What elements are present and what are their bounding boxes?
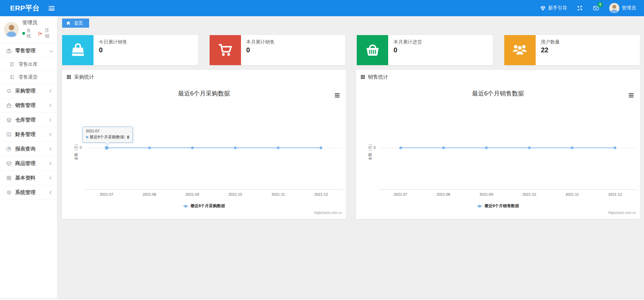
chart-context-menu-icon[interactable] [628,92,635,99]
sidebar-item-retail-outbound[interactable]: 零售出库 [0,58,57,71]
purchase-stats-panel: 采购统计 最近6个月采购数据 金额（元） 0 2021-072021-08202… [62,70,346,219]
chart-tooltip: 2021-07 最近6个月采购数据: 0 [82,127,133,143]
tab-home[interactable]: 首页 [62,19,89,28]
sidebar-item-retail-return[interactable]: 零售退货 [0,71,57,84]
fullscreen-button[interactable] [577,5,583,11]
plot-area: 0 2021-072021-082021-092021-102021-11202… [379,104,637,190]
series-line [401,147,615,148]
username: 管理员 [622,5,636,11]
stat-card-today-sales[interactable]: 今日累计销售 0 [62,35,198,65]
legend-label: 最近6个月销售数据 [484,203,519,209]
app-logo[interactable]: ERP平台 [0,3,49,13]
panel-title: 销售统计 [368,74,388,80]
package-icon [6,161,12,166]
sidebar-item-retail[interactable]: 零售管理 [0,44,57,58]
series-marker[interactable] [528,146,531,149]
series-marker[interactable] [399,146,402,149]
stat-card-user-count[interactable]: 用户数量 22 [504,35,640,65]
book-open-icon [6,132,12,137]
sidebar-item-purchase[interactable]: 采购管理 [0,84,57,98]
avatar [4,22,19,37]
x-tick-label: 2021-12 [608,192,622,196]
series-marker[interactable] [148,146,151,149]
gift-icon [6,48,12,54]
legend-item[interactable]: 最近6个月采购数据 [62,203,346,209]
sidebar-user-panel: 管理员 在线 注销 [0,16,57,44]
sidebar-item-goods[interactable]: 商品管理 [0,156,57,171]
highcharts-credits[interactable]: Highcharts.com.cn [314,211,342,215]
stat-label: 今日累计销售 [99,39,127,45]
sidebar-item-reports[interactable]: 报表查询 [0,142,57,156]
series-marker[interactable] [320,146,322,149]
x-tick-label: 2021-07 [100,192,113,196]
series-marker[interactable] [191,146,194,149]
x-axis-labels: 2021-072021-082021-092021-102021-112021-… [85,192,343,197]
sidebar-item-sales[interactable]: 销售管理 [0,98,57,113]
series-marker[interactable] [571,146,573,149]
sidebar-toggle-icon[interactable] [49,6,55,10]
plot-area: 0 2021-072021-082021-092021-102021-11202… [85,104,343,190]
legend-marker-icon [477,206,482,207]
stat-card-month-sales[interactable]: 本月累计销售 0 [210,35,346,65]
logout-label: 注销 [45,28,53,39]
chevron-left-icon [50,118,53,121]
stat-label: 用户数量 [541,39,560,45]
layers-icon [6,117,12,123]
tab-bar: 首页 [62,19,640,28]
chevron-left-icon [50,147,53,151]
chevron-down-icon [50,49,53,52]
expand-icon [577,5,583,11]
x-axis-labels: 2021-072021-082021-092021-102021-112021-… [379,192,637,197]
series-marker[interactable] [442,146,445,149]
tooltip-value: 0 [127,135,129,140]
sidebar-menu: 零售管理 零售出库 零售退货 采购管理 [0,44,57,200]
chevron-left-icon [50,162,53,165]
series-marker[interactable] [234,146,237,149]
page-footer [0,299,644,300]
logout-button[interactable]: 注销 [38,28,53,39]
sidebar-item-label: 商品管理 [15,160,35,167]
x-tick-label: 2021-08 [143,192,156,196]
briefcase-icon [6,103,12,108]
x-axis-line [85,189,343,190]
sidebar-item-finance[interactable]: 财务管理 [0,127,57,142]
notebook-icon [9,62,15,67]
guide-button[interactable]: 新手引导 [540,5,567,11]
main-content: 首页 今日累计销售 0 本月累计销售 0 [57,16,644,299]
exchange-icon [6,88,12,94]
user-menu[interactable]: 管理员 [609,3,636,13]
stat-card-month-purchase[interactable]: 本月累计进货 0 [357,35,493,65]
gem-icon [540,5,546,11]
sidebar-item-label: 仓库管理 [15,117,35,123]
guide-label: 新手引导 [548,5,567,11]
sidebar-item-basic-data[interactable]: 基本资料 [0,171,57,185]
highcharts-credits[interactable]: Highcharts.com.cn [608,211,636,215]
pie-chart-icon [6,146,12,152]
y-tick-label: 0 [76,145,82,149]
sidebar-item-label: 系统管理 [15,189,35,196]
sidebar-item-label: 财务管理 [15,131,35,138]
chart-title: 最近6个月销售数据 [356,89,640,98]
sidebar-item-label: 基本资料 [15,175,35,181]
series-marker[interactable] [485,146,488,149]
series-marker[interactable] [277,146,279,149]
series-marker[interactable] [614,146,616,149]
y-tick-label: 0 [370,145,376,149]
online-dot-icon [22,32,25,35]
legend-item[interactable]: 最近6个月销售数据 [356,203,640,209]
sidebar-item-label: 采购管理 [15,88,35,94]
series-marker[interactable] [105,146,108,150]
sidebar-item-system[interactable]: 系统管理 [0,185,57,200]
sales-stats-panel: 销售统计 最近6个月销售数据 金额（元） 0 2021-072021-08202… [356,70,640,219]
stat-cards-row: 今日累计销售 0 本月累计销售 0 本月累计进货 0 [62,35,640,65]
y-axis-title: 金额（元） [74,142,79,160]
chart-context-menu-icon[interactable] [334,92,341,99]
shopping-bag-icon [70,42,86,59]
x-tick-label: 2021-11 [565,192,579,196]
avatar [609,3,619,13]
sidebar-item-label: 零售退货 [19,74,37,80]
sidebar-item-label: 销售管理 [15,102,35,109]
legend-label: 最近6个月采购数据 [190,203,225,209]
messages-button[interactable]: 0 [593,5,599,11]
sidebar-item-warehouse[interactable]: 仓库管理 [0,113,57,127]
